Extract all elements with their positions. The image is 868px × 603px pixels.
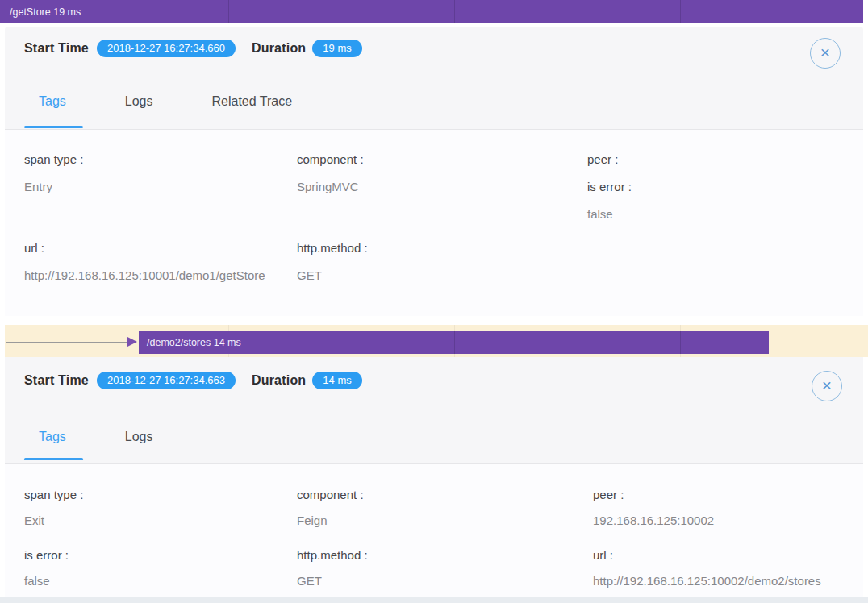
tag-key: peer : <box>587 152 632 168</box>
active-tab-underline <box>24 458 83 460</box>
start-time-badge: 2018-12-27 16:27:34.663 <box>97 372 236 389</box>
tag-is-error: is error : false <box>24 547 83 589</box>
timeline-gridline <box>228 0 229 23</box>
tags-content: span type : Entry url : http://192.168.1… <box>5 130 863 316</box>
tag-key: http.method : <box>297 547 368 563</box>
tag-span-type: span type : Exit <box>24 487 83 529</box>
tab-logs[interactable]: Logs <box>125 94 153 109</box>
span-detail-panel-2: Start Time 2018-12-27 16:27:34.663 Durat… <box>5 357 863 597</box>
detail-tabs: Tags Logs Related Trace <box>39 94 351 109</box>
span-detail-header: Start Time 2018-12-27 16:27:34.663 Durat… <box>5 366 863 395</box>
tag-url: url : http://192.168.16.125:10002/demo2/… <box>593 547 821 589</box>
parent-span-arrow-icon <box>127 337 137 347</box>
tag-key: span type : <box>24 152 265 168</box>
tags-column-2: component : SpringMVC http.method : GET <box>297 130 368 329</box>
tag-value: Feign <box>297 513 368 529</box>
tag-url: url : http://192.168.16.125:10001/demo1/… <box>24 240 265 284</box>
parent-span-link-line <box>6 342 127 343</box>
tag-value: false <box>587 206 632 222</box>
span-detail-header: Start Time 2018-12-27 16:27:34.660 Durat… <box>5 34 863 63</box>
tag-key: http.method : <box>297 240 368 256</box>
tag-component: component : Feign <box>297 487 368 529</box>
duration-label: Duration <box>252 41 306 56</box>
tags-column-2: component : Feign http.method : GET <box>297 464 368 603</box>
tag-key: span type : <box>24 487 83 503</box>
timeline-gridline <box>680 331 681 354</box>
tag-value: Exit <box>24 513 83 529</box>
tag-http-method: http.method : GET <box>297 547 368 589</box>
tags-content: span type : Exit is error : false compon… <box>5 464 863 597</box>
tag-http-method: http.method : GET <box>297 240 368 284</box>
tag-key: is error : <box>24 547 83 563</box>
timeline-band: /demo2/stores 14 ms <box>5 325 868 357</box>
bottom-scroll-strip <box>0 597 868 603</box>
start-time-label: Start Time <box>24 373 89 388</box>
tag-peer: peer : 192.168.16.125:10002 <box>593 487 821 529</box>
duration-badge: 14 ms <box>312 372 361 389</box>
tab-logs[interactable]: Logs <box>125 430 153 444</box>
trace-span-bar-label: /getStore 19 ms <box>0 6 81 18</box>
tags-column-3: peer : is error : false <box>587 130 632 268</box>
trace-span-bar-getstore[interactable]: /getStore 19 ms <box>0 0 863 23</box>
tab-tags[interactable]: Tags <box>39 430 66 444</box>
tags-column-1: span type : Exit is error : false <box>24 464 83 603</box>
tag-value: false <box>24 573 83 589</box>
tag-key: peer : <box>593 487 821 503</box>
tag-value: 192.168.16.125:10002 <box>593 513 821 529</box>
tag-value: http://192.168.16.125:10002/demo2/stores <box>593 573 821 589</box>
tag-span-type: span type : Entry <box>24 152 265 195</box>
trace-span-bar-stores[interactable]: /demo2/stores 14 ms <box>139 331 769 354</box>
tag-key: component : <box>297 152 368 168</box>
tag-peer: peer : <box>587 152 632 168</box>
tab-related-trace[interactable]: Related Trace <box>212 94 293 109</box>
tag-value: GET <box>297 573 368 589</box>
tag-key: is error : <box>587 179 632 195</box>
tags-column-1: span type : Entry url : http://192.168.1… <box>24 130 265 329</box>
duration-badge: 19 ms <box>312 40 361 57</box>
span-detail-panel-1: Start Time 2018-12-27 16:27:34.660 Durat… <box>5 27 863 316</box>
tag-component: component : SpringMVC <box>297 152 368 195</box>
start-time-badge: 2018-12-27 16:27:34.660 <box>97 40 236 57</box>
tag-key: component : <box>297 487 368 503</box>
trace-detail-page: /getStore 19 ms Start Time 2018-12-27 16… <box>0 0 868 603</box>
tag-key: url : <box>24 240 265 256</box>
duration-label: Duration <box>252 373 306 388</box>
trace-span-bar-label: /demo2/stores 14 ms <box>139 337 241 348</box>
tags-column-3: peer : 192.168.16.125:10002 url : http:/… <box>593 464 821 603</box>
tag-value: GET <box>297 268 368 284</box>
detail-tabs: Tags Logs <box>39 430 212 444</box>
close-button[interactable]: × <box>810 38 841 69</box>
timeline-gridline <box>454 0 455 23</box>
tag-value: http://192.168.16.125:10001/demo1/getSto… <box>24 268 265 284</box>
tag-is-error: is error : false <box>587 179 632 222</box>
close-button[interactable]: × <box>812 371 842 401</box>
tag-value: Entry <box>24 179 265 195</box>
tab-tags[interactable]: Tags <box>39 94 66 109</box>
active-tab-underline <box>24 126 83 128</box>
timeline-gridline <box>454 331 455 354</box>
start-time-label: Start Time <box>24 41 89 56</box>
timeline-gridline <box>680 0 681 23</box>
tag-value: SpringMVC <box>297 179 368 195</box>
close-icon: × <box>820 43 830 61</box>
close-icon: × <box>822 376 832 394</box>
tag-key: url : <box>593 547 821 563</box>
